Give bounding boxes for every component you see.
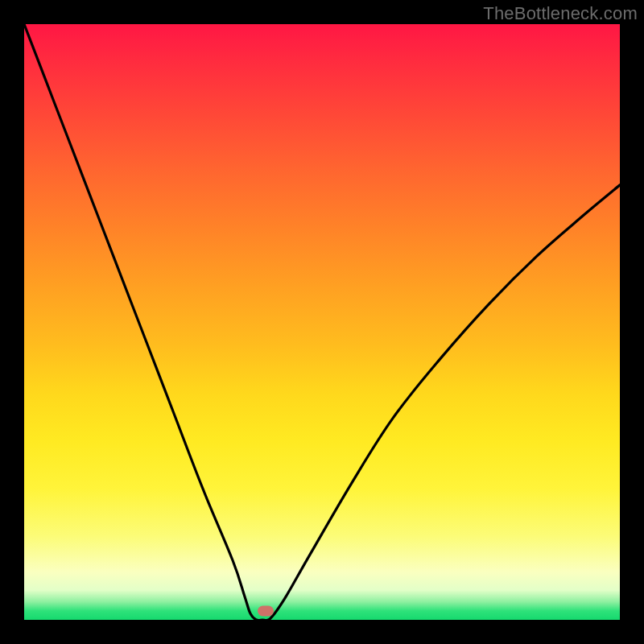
- watermark-text: TheBottleneck.com: [483, 3, 638, 24]
- bottleneck-curve: [24, 24, 620, 620]
- chart-frame: TheBottleneck.com: [0, 0, 644, 644]
- plot-area: [24, 24, 620, 620]
- optimal-marker: [258, 605, 274, 616]
